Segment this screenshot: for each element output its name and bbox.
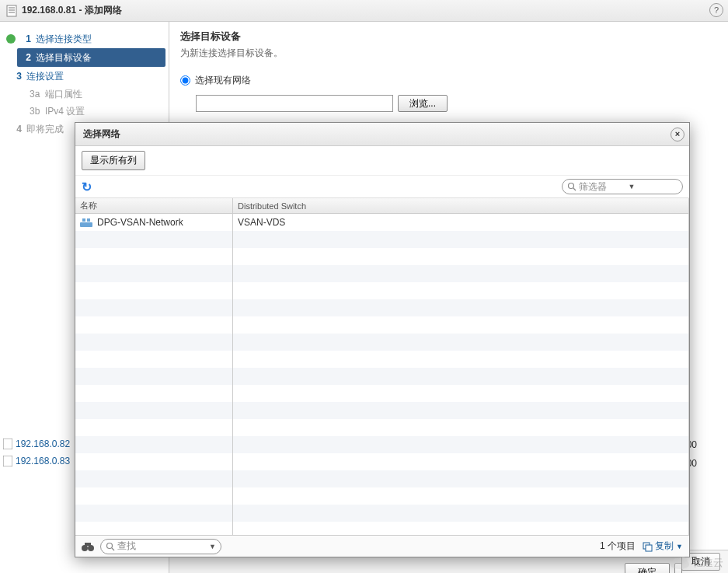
- wizard-substep-3a: 3a 端口属性: [0, 86, 169, 103]
- window-title: 192.168.0.81 - 添加网络: [22, 4, 122, 17]
- ok-button[interactable]: 确定: [625, 563, 670, 573]
- svg-point-6: [569, 183, 574, 189]
- select-network-dialog: 选择网络 × 显示所有列 ↻ 筛选器 ▼ 名称 DPG-VSAN-Network…: [75, 122, 690, 557]
- host-icon: [3, 438, 12, 449]
- chevron-down-icon[interactable]: ▼: [209, 543, 216, 550]
- svg-rect-10: [87, 218, 90, 222]
- bg-host-row[interactable]: 192.168.0.83: [3, 452, 70, 470]
- wizard-step-2[interactable]: 2 选择目标设备: [17, 48, 165, 67]
- portgroup-icon: [80, 218, 92, 227]
- chevron-down-icon[interactable]: ▼: [629, 183, 678, 190]
- dialog-footer: 查找 ▼ 1 个项目 复制 ▼: [75, 535, 689, 557]
- svg-rect-2: [9, 9, 15, 11]
- column-header-name[interactable]: 名称: [75, 198, 232, 214]
- host-icon: [6, 5, 17, 17]
- wizard-substep-3b: 3b IPv4 设置: [0, 103, 169, 120]
- grid-col-name: 名称 DPG-VSAN-Network: [75, 198, 233, 535]
- svg-rect-17: [646, 545, 652, 551]
- copy-icon: [642, 541, 653, 552]
- chevron-down-icon: ▼: [676, 543, 683, 550]
- svg-line-15: [112, 548, 114, 550]
- browse-button[interactable]: 浏览...: [398, 95, 448, 112]
- svg-rect-9: [82, 218, 85, 222]
- row-ds: VSAN-VDS: [238, 217, 285, 228]
- title-bar: 192.168.0.81 - 添加网络 ?: [0, 0, 728, 22]
- cloud-icon: [670, 556, 690, 570]
- svg-point-11: [82, 545, 88, 551]
- svg-point-14: [107, 543, 113, 548]
- network-grid: 名称 DPG-VSAN-Network Distributed Switch V…: [75, 198, 689, 535]
- svg-rect-4: [3, 438, 12, 449]
- svg-point-12: [88, 545, 94, 551]
- dialog-title: 选择网络: [83, 128, 120, 141]
- network-input[interactable]: [196, 95, 393, 112]
- svg-point-20: [678, 557, 688, 566]
- svg-rect-8: [80, 222, 92, 227]
- table-row[interactable]: DPG-VSAN-Network: [75, 214, 232, 231]
- dialog-title-bar: 选择网络 ×: [75, 123, 689, 146]
- search-box[interactable]: 查找 ▼: [100, 539, 221, 554]
- copy-button[interactable]: 复制 ▼: [642, 540, 683, 553]
- search-icon: [106, 542, 115, 551]
- close-button[interactable]: ×: [671, 128, 684, 142]
- panel-heading: 选择目标设备: [180, 30, 717, 44]
- help-button[interactable]: ?: [709, 3, 723, 17]
- filter-box[interactable]: 筛选器 ▼: [562, 179, 683, 194]
- row-name: DPG-VSAN-Network: [97, 217, 183, 228]
- radio-input[interactable]: [180, 75, 190, 86]
- background-host-list: 192.168.0.82 192.168.0.83: [3, 435, 70, 470]
- table-row[interactable]: VSAN-VDS: [233, 214, 688, 231]
- binoculars-icon[interactable]: [82, 541, 94, 552]
- dialog-toolbar2: ↻ 筛选器 ▼: [75, 176, 689, 198]
- svg-line-7: [573, 188, 576, 190]
- search-placeholder: 查找: [117, 540, 136, 553]
- filter-placeholder: 筛选器: [579, 180, 629, 194]
- column-header-ds[interactable]: Distributed Switch: [233, 198, 688, 214]
- radio-existing-network[interactable]: 选择现有网络: [180, 74, 717, 87]
- wizard-step-3: 3 连接设置: [0, 67, 169, 86]
- wizard-step-1[interactable]: 1 选择连接类型: [0, 30, 169, 48]
- bg-host-row[interactable]: 192.168.0.82: [3, 435, 70, 452]
- dialog-toolbar: 显示所有列: [75, 146, 689, 176]
- search-icon: [567, 182, 576, 191]
- grid-col-ds: Distributed Switch VSAN-VDS: [233, 198, 689, 535]
- dialog-action-bar: 确定: [75, 560, 690, 573]
- panel-subtext: 为新连接选择目标设备。: [180, 47, 717, 60]
- radio-label: 选择现有网络: [195, 74, 251, 87]
- svg-rect-1: [9, 7, 15, 9]
- show-all-columns-button[interactable]: 显示所有列: [82, 151, 145, 170]
- svg-rect-13: [85, 543, 91, 546]
- watermark: 亿速云: [670, 556, 723, 570]
- item-count: 1 个项目: [600, 540, 636, 553]
- svg-rect-3: [9, 12, 15, 13]
- svg-rect-5: [3, 456, 12, 466]
- host-icon: [3, 456, 12, 466]
- refresh-icon[interactable]: ↻: [82, 180, 92, 194]
